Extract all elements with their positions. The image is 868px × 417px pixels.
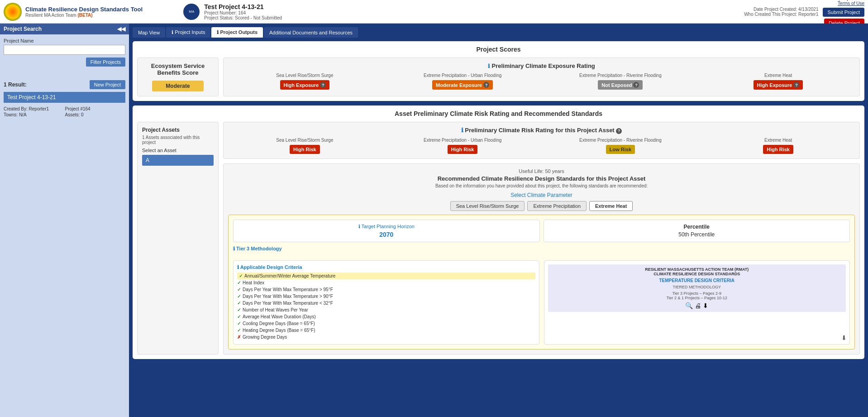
project-scores-card: Project Scores Ecosystem Service Benefit… (133, 41, 864, 101)
app-title-block: Climate Resilience Design Standards Tool… (25, 6, 179, 18)
climate-exposure-box: Preliminary Climate Exposure Rating Sea … (223, 58, 860, 96)
design-criteria-title: Applicable Design Criteria (237, 264, 535, 270)
project-assets-title: Project Assets (142, 127, 214, 133)
exposure-label-1: Sea Level Rise/Storm Surge (276, 73, 333, 78)
target-planning-value: 2070 (237, 231, 536, 238)
param-btn-precip[interactable]: Extreme Precipitation (527, 201, 587, 211)
project-meta: Date Project Created: 4/13/2021 Who Crea… (511, 7, 823, 17)
criteria-item-1: ✓ Heat Index (237, 279, 535, 286)
doc-title: TEMPERATURE DESIGN CRITERIA (551, 278, 844, 283)
tab-bar: Map View ℹ Project Inputs ℹ Project Outp… (129, 24, 868, 38)
tab-additional-docs[interactable]: Additional Documents and Resources (264, 27, 358, 38)
project-assets-subtitle: 1 Assets associated with this project (142, 135, 214, 145)
project-created-by: Created By: Reporter1 (4, 106, 64, 111)
asset-risk-card: Asset Preliminary Climate Risk Rating an… (133, 105, 864, 359)
project-creator: Who Created This Project: Reporter1 (511, 12, 819, 17)
risk-rating-help-icon[interactable]: ? (616, 128, 622, 134)
param-btn-heat[interactable]: Extreme Heat (589, 201, 633, 211)
criteria-item-2: ✓ Days Per Year With Max Temperature > 9… (237, 286, 535, 293)
sidebar-title: Project Search (4, 26, 42, 32)
app-header: Climate Resilience Design Standards Tool… (0, 0, 868, 24)
risk-badge-2: High Risk (448, 145, 478, 154)
filter-button[interactable]: Filter Projects (86, 58, 125, 67)
criteria-item-9: ✗ Growing Degree Days (237, 334, 535, 340)
criteria-item-6: ✓ Average Heat Wave Duration (Days) (237, 313, 535, 320)
project-towns: Towns: N/A (4, 112, 64, 117)
risk-col-2: Extreme Precipitation - Urban Flooding H… (386, 138, 539, 154)
sidebar-results: 1 Result: New Project Test Project 4-13-… (4, 80, 125, 119)
exposure-col-1: Sea Level Rise/Storm Surge High Exposure… (228, 73, 382, 90)
doc-sub: TIERED METHODOLOGY (551, 285, 844, 289)
check-icon-8: ✓ (237, 328, 241, 333)
target-planning-label: Target Planning Horizon (237, 224, 536, 230)
target-planning-box: Target Planning Horizon 2070 (233, 220, 540, 242)
risk-rating-box: Preliminary Climate Risk Rating for this… (223, 122, 860, 159)
doc-tiers: Tier 3 Projects – Pages 2-9 Tier 2 & 1 P… (551, 291, 844, 300)
app-subtitle: Resilient MA Action Team (BETA) (25, 13, 179, 18)
criteria-item-4: ✓ Days Per Year With Max Temperature < 3… (237, 300, 535, 307)
help-icon-4[interactable]: ? (793, 82, 799, 88)
asset-item-a[interactable]: A (142, 155, 214, 166)
percentile-box: Percentile 50th Percentile (544, 220, 850, 242)
percentile-value: 50th Percentile (548, 231, 846, 238)
check-icon-3: ✓ (237, 294, 241, 299)
project-list-item[interactable]: Test Project 4-13-21 (4, 92, 125, 103)
risk-col-label-1: Sea Level Rise/Storm Surge (276, 138, 333, 143)
project-info: Test Project 4-13-21 Project Number: 164… (204, 3, 511, 20)
exposure-col-3: Extreme Precipitation - Riverine Floodin… (544, 73, 697, 90)
main-layout: Project Search ◀◀ Project Name Filter Pr… (0, 24, 868, 417)
ecosystem-title: Ecosystem Service Benefits Score (142, 62, 214, 76)
tab-map-view[interactable]: Map View (133, 27, 165, 38)
search-input[interactable] (4, 45, 125, 55)
asset-select-label: Select an Asset (142, 148, 214, 153)
sidebar-content: Project Name Filter Projects 1 Result: N… (0, 34, 129, 417)
asset-risk-title: Asset Preliminary Climate Risk Rating an… (137, 110, 860, 117)
project-name: Test Project 4-13-21 (204, 3, 511, 10)
help-icon-3[interactable]: ? (633, 82, 639, 88)
percentile-label: Percentile (548, 224, 846, 230)
results-count: 1 Result: (4, 81, 27, 88)
submit-button[interactable]: Submit Project (823, 8, 864, 17)
exposure-badge-4: High Exposure ? (754, 80, 803, 90)
help-icon-2[interactable]: ? (483, 82, 489, 88)
project-date: Date Project Created: 4/13/2021 (511, 7, 819, 12)
exposure-label-2: Extreme Precipitation - Urban Flooding (424, 73, 501, 78)
recommended-title: Recommended Climate Resilience Design St… (228, 175, 855, 182)
main-content: Map View ℹ Project Inputs ℹ Project Outp… (129, 24, 868, 417)
project-scores-title: Project Scores (137, 46, 860, 53)
criteria-item-3: ✓ Days Per Year With Max Temperature > 9… (237, 293, 535, 300)
exposure-grid: Sea Level Rise/Storm Surge High Exposure… (228, 73, 855, 90)
select-climate-param-label[interactable]: Select Climate Parameter (228, 192, 855, 198)
help-icon-1[interactable]: ? (320, 82, 326, 88)
ecosystem-box: Ecosystem Service Benefits Score Moderat… (137, 58, 219, 96)
exposure-label-3: Extreme Precipitation - Riverine Floodin… (579, 73, 662, 78)
methodology-doc-box: RESILIENT MASSACHUSETTS ACTION TEAM (RMA… (544, 260, 850, 345)
risk-badge-1: High Risk (290, 145, 320, 154)
tier-methodology-label: Tier 3 Methodology (233, 246, 850, 252)
tier21-pages: Tier 2 & 1 Projects – Pages 10-12 (551, 296, 844, 300)
yellow-standards-box: Target Planning Horizon 2070 Percentile … (228, 215, 855, 350)
check-icon-2: ✓ (237, 287, 241, 292)
tab-project-outputs[interactable]: ℹ Project Outputs (211, 27, 263, 38)
exposure-col-4: Extreme Heat High Exposure ? (701, 73, 855, 90)
criteria-item-8: ✓ Heating Degree Days (Base = 65°F) (237, 327, 535, 334)
check-icon-6: ✓ (237, 314, 241, 319)
project-item-details: Created By: Reporter1 Project #164 Towns… (4, 105, 125, 119)
exposure-label-4: Extreme Heat (764, 73, 792, 78)
project-number: Project Number: 164 (204, 10, 511, 15)
check-icon-7: ✓ (237, 321, 241, 326)
design-criteria-box: Applicable Design Criteria ✓ Annual/Summ… (233, 260, 539, 345)
download-icon[interactable]: ⬇ (841, 334, 847, 341)
param-btn-slr[interactable]: Sea Level Rise/Storm Surge (450, 201, 525, 211)
check-icon-9: ✗ (237, 335, 241, 340)
risk-badge-4: High Risk (763, 145, 793, 154)
new-project-button[interactable]: New Project (90, 80, 125, 89)
collapse-icon[interactable]: ◀◀ (117, 26, 125, 32)
app-title: Climate Resilience Design Standards Tool (25, 6, 179, 13)
criteria-item-7: ✓ Cooling Degree Days (Base = 65°F) (237, 320, 535, 327)
exposure-badge-1: High Exposure ? (280, 80, 330, 90)
criteria-item-0: ✓ Annual/Summer/Winter Average Temperatu… (237, 273, 535, 279)
tab-project-inputs[interactable]: ℹ Project Inputs (166, 27, 210, 38)
app-logo (4, 3, 22, 21)
terms-link[interactable]: Terms of Use (838, 1, 864, 6)
